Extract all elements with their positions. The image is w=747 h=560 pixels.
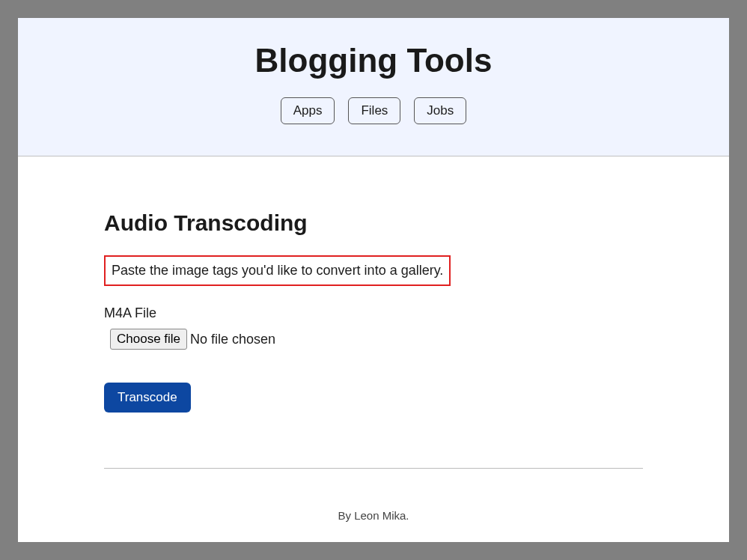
- nav-files-button[interactable]: Files: [348, 97, 400, 124]
- file-field-group: M4A File Choose file No file chosen: [104, 305, 643, 350]
- footer-byline: By Leon Mika.: [104, 509, 643, 522]
- choose-file-button[interactable]: Choose file: [110, 329, 187, 350]
- file-picker: Choose file No file chosen: [110, 329, 643, 350]
- footer-area: By Leon Mika.: [104, 468, 643, 522]
- transcode-button[interactable]: Transcode: [104, 383, 191, 413]
- footer-divider: [104, 468, 643, 469]
- nav-apps-button[interactable]: Apps: [281, 97, 335, 124]
- nav-jobs-button[interactable]: Jobs: [414, 97, 466, 124]
- page-container: Blogging Tools Apps Files Jobs Audio Tra…: [18, 18, 729, 542]
- description-highlight: Paste the image tags you'd like to conve…: [104, 255, 451, 286]
- page-heading: Audio Transcoding: [104, 210, 643, 236]
- nav-bar: Apps Files Jobs: [18, 97, 729, 124]
- main-content: Audio Transcoding Paste the image tags y…: [18, 156, 729, 542]
- page-header: Blogging Tools Apps Files Jobs: [18, 18, 729, 156]
- site-title: Blogging Tools: [18, 42, 729, 79]
- file-field-label: M4A File: [104, 305, 643, 321]
- file-status-text: No file chosen: [190, 332, 275, 347]
- description-text: Paste the image tags you'd like to conve…: [112, 263, 443, 279]
- content-wrapper: Audio Transcoding Paste the image tags y…: [104, 210, 643, 413]
